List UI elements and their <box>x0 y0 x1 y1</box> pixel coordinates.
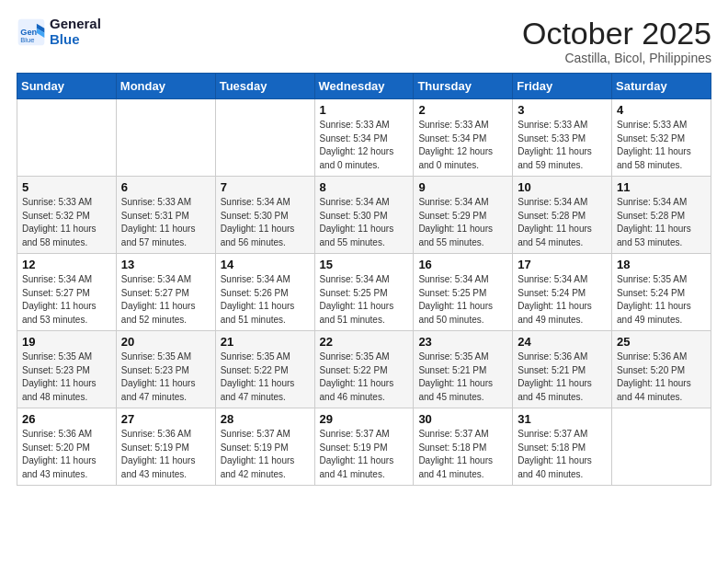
day-number: 2 <box>418 103 507 117</box>
day-number: 21 <box>221 335 310 349</box>
calendar-cell: 21Sunrise: 5:35 AMSunset: 5:22 PMDayligh… <box>215 331 314 408</box>
calendar-cell: 3Sunrise: 5:33 AMSunset: 5:33 PMDaylight… <box>513 99 612 177</box>
day-number: 8 <box>320 180 409 194</box>
day-info: Sunrise: 5:33 AMSunset: 5:31 PMDaylight:… <box>121 196 210 249</box>
day-number: 24 <box>518 335 607 349</box>
calendar-cell <box>215 99 314 177</box>
calendar-cell: 18Sunrise: 5:35 AMSunset: 5:24 PMDayligh… <box>612 254 711 331</box>
day-number: 29 <box>320 412 409 426</box>
day-number: 17 <box>518 258 607 271</box>
title-block: October 2025 Castilla, Bicol, Philippine… <box>522 17 711 65</box>
day-info: Sunrise: 5:33 AMSunset: 5:34 PMDaylight:… <box>418 119 507 172</box>
day-info: Sunrise: 5:37 AMSunset: 5:19 PMDaylight:… <box>221 428 310 481</box>
calendar-cell: 9Sunrise: 5:34 AMSunset: 5:29 PMDaylight… <box>414 177 513 254</box>
calendar-cell <box>17 99 117 177</box>
day-info: Sunrise: 5:36 AMSunset: 5:20 PMDaylight:… <box>617 350 706 404</box>
logo: Gen Blue General Blue <box>17 17 101 47</box>
day-number: 23 <box>418 335 507 349</box>
day-info: Sunrise: 5:34 AMSunset: 5:27 PMDaylight:… <box>121 273 210 327</box>
day-info: Sunrise: 5:33 AMSunset: 5:34 PMDaylight:… <box>320 119 409 172</box>
calendar-cell <box>116 99 215 177</box>
calendar-cell: 19Sunrise: 5:35 AMSunset: 5:23 PMDayligh… <box>17 331 117 408</box>
logo-text: General Blue <box>50 17 101 47</box>
day-number: 15 <box>320 258 409 271</box>
weekday-header: Thursday <box>414 74 513 99</box>
calendar-week-row: 26Sunrise: 5:36 AMSunset: 5:20 PMDayligh… <box>17 408 711 486</box>
month-title: October 2025 <box>522 17 711 51</box>
day-number: 12 <box>22 258 111 271</box>
calendar-cell: 13Sunrise: 5:34 AMSunset: 5:27 PMDayligh… <box>116 254 215 331</box>
day-number: 20 <box>121 335 210 349</box>
day-number: 10 <box>518 180 607 194</box>
weekday-header: Friday <box>513 74 612 99</box>
calendar-week-row: 12Sunrise: 5:34 AMSunset: 5:27 PMDayligh… <box>17 254 711 331</box>
day-info: Sunrise: 5:36 AMSunset: 5:19 PMDaylight:… <box>121 428 210 481</box>
calendar-cell: 16Sunrise: 5:34 AMSunset: 5:25 PMDayligh… <box>414 254 513 331</box>
svg-text:Gen: Gen <box>20 27 37 36</box>
calendar-cell: 11Sunrise: 5:34 AMSunset: 5:28 PMDayligh… <box>612 177 711 254</box>
page: Gen Blue General Blue October 2025 Casti… <box>0 0 728 497</box>
day-info: Sunrise: 5:33 AMSunset: 5:33 PMDaylight:… <box>518 119 607 172</box>
logo-icon: Gen Blue <box>17 17 46 47</box>
day-number: 26 <box>22 412 111 426</box>
calendar: SundayMondayTuesdayWednesdayThursdayFrid… <box>17 73 711 486</box>
day-number: 1 <box>320 103 409 117</box>
day-info: Sunrise: 5:37 AMSunset: 5:19 PMDaylight:… <box>320 428 409 481</box>
day-info: Sunrise: 5:35 AMSunset: 5:24 PMDaylight:… <box>617 273 706 327</box>
day-number: 28 <box>221 412 310 426</box>
day-number: 18 <box>617 258 706 271</box>
day-info: Sunrise: 5:34 AMSunset: 5:27 PMDaylight:… <box>22 273 111 327</box>
weekday-header: Monday <box>116 74 215 99</box>
day-number: 14 <box>221 258 310 271</box>
day-number: 7 <box>221 180 310 194</box>
day-info: Sunrise: 5:34 AMSunset: 5:28 PMDaylight:… <box>518 196 607 249</box>
calendar-cell: 8Sunrise: 5:34 AMSunset: 5:30 PMDaylight… <box>314 177 414 254</box>
calendar-week-row: 5Sunrise: 5:33 AMSunset: 5:32 PMDaylight… <box>17 177 711 254</box>
day-info: Sunrise: 5:35 AMSunset: 5:22 PMDaylight:… <box>320 350 409 404</box>
day-info: Sunrise: 5:35 AMSunset: 5:23 PMDaylight:… <box>121 350 210 404</box>
calendar-cell: 27Sunrise: 5:36 AMSunset: 5:19 PMDayligh… <box>116 408 215 486</box>
day-info: Sunrise: 5:34 AMSunset: 5:24 PMDaylight:… <box>518 273 607 327</box>
weekday-header: Saturday <box>612 74 711 99</box>
calendar-cell: 5Sunrise: 5:33 AMSunset: 5:32 PMDaylight… <box>17 177 117 254</box>
calendar-cell: 17Sunrise: 5:34 AMSunset: 5:24 PMDayligh… <box>513 254 612 331</box>
day-info: Sunrise: 5:36 AMSunset: 5:21 PMDaylight:… <box>518 350 607 404</box>
calendar-cell: 12Sunrise: 5:34 AMSunset: 5:27 PMDayligh… <box>17 254 117 331</box>
day-info: Sunrise: 5:34 AMSunset: 5:28 PMDaylight:… <box>617 196 706 249</box>
day-info: Sunrise: 5:37 AMSunset: 5:18 PMDaylight:… <box>518 428 607 481</box>
day-number: 25 <box>617 335 706 349</box>
svg-text:Blue: Blue <box>20 35 34 43</box>
calendar-week-row: 1Sunrise: 5:33 AMSunset: 5:34 PMDaylight… <box>17 99 711 177</box>
calendar-cell: 4Sunrise: 5:33 AMSunset: 5:32 PMDaylight… <box>612 99 711 177</box>
day-number: 6 <box>121 180 210 194</box>
day-number: 30 <box>418 412 507 426</box>
day-info: Sunrise: 5:34 AMSunset: 5:29 PMDaylight:… <box>418 196 507 249</box>
day-info: Sunrise: 5:35 AMSunset: 5:22 PMDaylight:… <box>221 350 310 404</box>
calendar-cell: 28Sunrise: 5:37 AMSunset: 5:19 PMDayligh… <box>215 408 314 486</box>
calendar-cell: 6Sunrise: 5:33 AMSunset: 5:31 PMDaylight… <box>116 177 215 254</box>
day-info: Sunrise: 5:37 AMSunset: 5:18 PMDaylight:… <box>418 428 507 481</box>
day-info: Sunrise: 5:35 AMSunset: 5:21 PMDaylight:… <box>418 350 507 404</box>
calendar-cell: 2Sunrise: 5:33 AMSunset: 5:34 PMDaylight… <box>414 99 513 177</box>
day-info: Sunrise: 5:33 AMSunset: 5:32 PMDaylight:… <box>617 119 706 172</box>
day-info: Sunrise: 5:34 AMSunset: 5:30 PMDaylight:… <box>221 196 310 249</box>
calendar-week-row: 19Sunrise: 5:35 AMSunset: 5:23 PMDayligh… <box>17 331 711 408</box>
day-number: 3 <box>518 103 607 117</box>
day-info: Sunrise: 5:36 AMSunset: 5:20 PMDaylight:… <box>22 428 111 481</box>
day-number: 31 <box>518 412 607 426</box>
calendar-cell: 22Sunrise: 5:35 AMSunset: 5:22 PMDayligh… <box>314 331 414 408</box>
day-number: 9 <box>418 180 507 194</box>
day-number: 16 <box>418 258 507 271</box>
day-number: 13 <box>121 258 210 271</box>
calendar-cell: 29Sunrise: 5:37 AMSunset: 5:19 PMDayligh… <box>314 408 414 486</box>
location-subtitle: Castilla, Bicol, Philippines <box>522 51 711 65</box>
day-number: 4 <box>617 103 706 117</box>
calendar-cell: 23Sunrise: 5:35 AMSunset: 5:21 PMDayligh… <box>414 331 513 408</box>
calendar-cell: 24Sunrise: 5:36 AMSunset: 5:21 PMDayligh… <box>513 331 612 408</box>
weekday-header: Tuesday <box>215 74 314 99</box>
day-number: 5 <box>22 180 111 194</box>
weekday-header: Wednesday <box>314 74 414 99</box>
header: Gen Blue General Blue October 2025 Casti… <box>17 17 711 65</box>
calendar-cell: 20Sunrise: 5:35 AMSunset: 5:23 PMDayligh… <box>116 331 215 408</box>
calendar-cell: 31Sunrise: 5:37 AMSunset: 5:18 PMDayligh… <box>513 408 612 486</box>
